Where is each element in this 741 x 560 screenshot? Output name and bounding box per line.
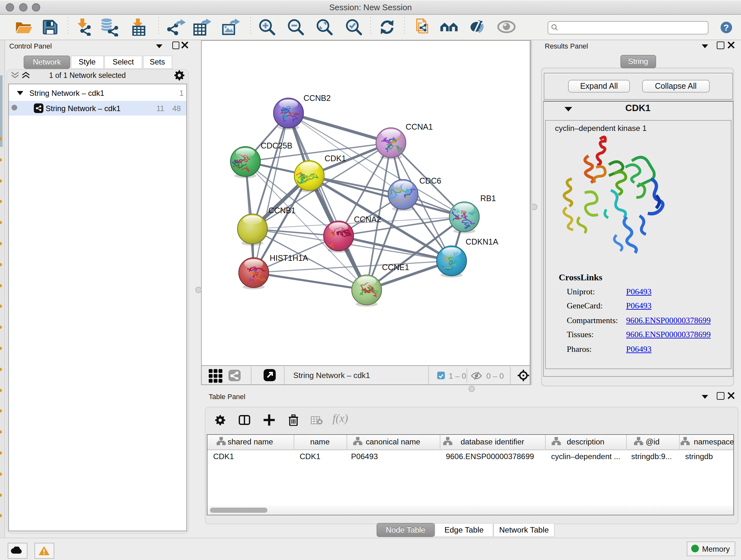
svg-text:RB1: RB1	[480, 193, 495, 202]
svg-text:CCNA2: CCNA2	[354, 214, 381, 224]
svg-text:CCNE1: CCNE1	[382, 262, 409, 271]
svg-text:CDC25B: CDC25B	[260, 141, 292, 150]
svg-text:CCNB1: CCNB1	[268, 206, 295, 214]
svg-text:HIST1H1A: HIST1H1A	[269, 253, 308, 262]
svg-text:CDC6: CDC6	[419, 176, 441, 185]
svg-text:CCNA1: CCNA1	[405, 122, 432, 131]
svg-text:CCNB2: CCNB2	[303, 93, 330, 102]
svg-text:CDK1: CDK1	[324, 153, 346, 163]
svg-text:CDKN1A: CDKN1A	[465, 237, 498, 246]
